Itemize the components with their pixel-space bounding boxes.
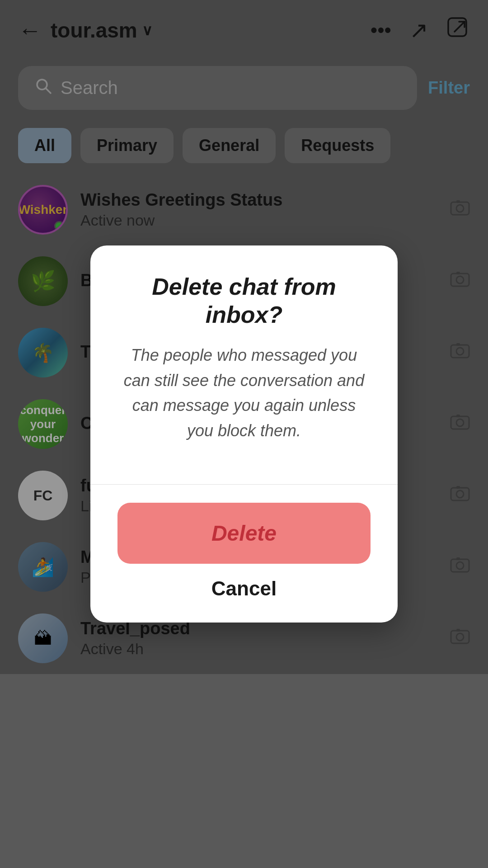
modal-body: Delete chat from inbox? The people who m… (90, 245, 398, 462)
cancel-button[interactable]: Cancel (211, 577, 277, 600)
delete-chat-modal: Delete chat from inbox? The people who m… (90, 245, 398, 623)
modal-actions: Delete Cancel (90, 485, 398, 623)
modal-description: The people who messaged you can still se… (117, 343, 371, 443)
delete-button[interactable]: Delete (117, 503, 371, 564)
modal-title: Delete chat from inbox? (117, 273, 371, 329)
modal-overlay: Delete chat from inbox? The people who m… (0, 0, 488, 868)
